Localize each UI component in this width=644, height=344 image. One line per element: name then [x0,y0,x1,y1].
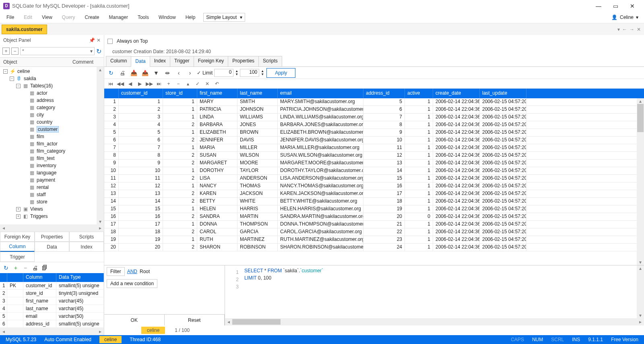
filter-icon[interactable]: ▼ [152,68,161,77]
grid-body[interactable]: 111MARYSMITHMARY.SMITH@sakilacustomer.or… [104,98,644,265]
grid-row[interactable]: 442BARBARAJONESBARBARA.JONES@sakilacusto… [104,121,644,129]
ws-tab-scripts[interactable]: Scripts [258,56,282,66]
side-tab-index[interactable]: Index [69,242,104,252]
tree-node[interactable]: ▦film_actor [0,140,104,147]
limit-size-input[interactable]: 100 [240,69,259,77]
last-icon[interactable]: ⏭ [155,81,163,87]
grid-row[interactable]: 882SUSANWILSONSUSAN.WILSON@sakilacustome… [104,152,644,160]
grid-row[interactable]: 331LINDAWILLIAMSLINDA.WILLIAMS@sakilacus… [104,114,644,121]
object-filter-input[interactable]: * ▾ [20,47,95,55]
tree-node[interactable]: ▦film_text [0,155,104,162]
pin-icon[interactable]: 📌 [89,37,95,43]
collapse-all-button[interactable]: − [11,48,19,55]
ws-tab-foreign-key[interactable]: Foreign Key [194,56,229,66]
grid-row[interactable]: 19191RUTHMARTINEZRUTH.MARTINEZ@sakilacus… [104,236,644,244]
tree-node[interactable]: ▦category [0,104,104,111]
cancel-icon[interactable]: ✕ [203,81,211,87]
print-icon[interactable]: 🖨 [118,68,127,77]
grid-v-scrollbar[interactable]: ▴▾ [637,98,644,265]
next-icon[interactable]: › [186,68,194,77]
tree-node[interactable]: −▦Tables(16) [0,82,104,89]
export-icon[interactable]: 🗐 [41,264,48,271]
grid-row[interactable]: 16162SANDRAMARTINSANDRA.MARTIN@sakilacus… [104,213,644,221]
minimize-button[interactable]: — [590,0,607,12]
refresh-icon[interactable]: ↻ [2,264,10,271]
tree-node[interactable]: ▦country [0,118,104,126]
grid-row[interactable]: 771MARIAMILLERMARIA.MILLER@sakilacustome… [104,144,644,152]
document-tab[interactable]: sakila.customer [2,25,47,34]
filter-button[interactable]: Filter [107,267,125,276]
grid-row[interactable]: 17171DONNATHOMPSONDONNA.THOMPSON@sakilac… [104,221,644,228]
user-menu[interactable]: 👤 Celine ▾ [607,13,642,22]
col-name[interactable]: Column [23,273,56,282]
grid-col-customer_id[interactable]: customer_id [119,89,163,98]
tab-dropdown-icon[interactable]: ▾ [617,27,620,32]
grid-col-address_id[interactable]: address_id [363,89,405,98]
column-row[interactable]: 1PKcustomer_idsmallint(5) unsigne [0,282,104,290]
layout-select[interactable]: Simple Layout ▾ [203,13,245,22]
grid-row[interactable]: 111MARYSMITHMARY.SMITH@sakilacustomer.or… [104,98,644,106]
tree-scrollbar[interactable]: ▴▾ [97,67,104,224]
ws-tab-index[interactable]: Index [150,56,170,66]
grid-row[interactable]: 12121NANCYTHOMASNANCY.THOMAS@sakilacusto… [104,182,644,190]
apply-button[interactable]: Apply [266,68,295,78]
menu-window[interactable]: Window [154,13,181,22]
grid-col-store_id[interactable]: store_id [163,89,197,98]
side-tab-trigger[interactable]: Trigger [0,252,35,262]
next-icon[interactable]: ▶ [136,81,144,87]
side-tab-scripts[interactable]: Scripts [69,232,104,242]
grid-col-first_name[interactable]: first_name [197,89,237,98]
tree-node[interactable]: ▦customer [0,126,104,133]
menu-query[interactable]: Query [57,13,80,22]
col-object[interactable]: Object [0,58,69,66]
grid-col-create_date[interactable]: create_date [433,89,480,98]
tree-node[interactable]: ▦staff [0,191,104,198]
limit-from-input[interactable]: 0 [214,69,233,77]
spinner-icon[interactable]: ▲▼ [261,70,264,76]
first-icon[interactable]: ⏮ [107,81,115,87]
tree-node[interactable]: +▣Views [0,205,104,213]
column-row[interactable]: 5emailvarchar(50) [0,313,104,320]
menu-edit[interactable]: Edit [19,13,37,22]
side-tab-foreign-key[interactable]: Foreign Key [0,232,35,242]
tree-node[interactable]: ▦city [0,111,104,118]
nav-prev-icon[interactable]: ← [622,27,627,32]
tree-node[interactable]: ▦film [0,133,104,140]
add-icon[interactable]: + [165,81,173,87]
tree-node[interactable]: ▦store [0,198,104,205]
column-row[interactable]: 6address_idsmallint(5) unsigne [0,320,104,328]
prev-icon[interactable]: ◀ [126,81,134,87]
next-page-icon[interactable]: ▶▶ [145,81,153,87]
remove-icon[interactable]: − [22,264,29,271]
fit-icon[interactable]: ⇹ [163,68,172,77]
grid-col-rownum[interactable] [104,89,119,98]
column-row[interactable]: 3first_namevarchar(45) [0,297,104,305]
refresh-icon[interactable]: ↻ [107,68,116,77]
grid-row[interactable]: 11112LISAANDERSONLISA.ANDERSON@sakilacus… [104,175,644,182]
tree-node[interactable]: +◧Triggers [0,213,104,220]
menu-help[interactable]: Help [181,13,200,22]
object-tree[interactable]: ▴▾ −⚡celine−🛢sakila−▦Tables(16)▦actor▦ad… [0,67,104,224]
grid-row[interactable]: 14142BETTYWHITEBETTY.WHITE@sakilacustome… [104,198,644,205]
grid-row[interactable]: 662JENNIFERDAVISJENNIFER.DAVIS@sakilacus… [104,137,644,144]
grid-col-active[interactable]: active [405,89,433,98]
expand-all-button[interactable]: + [2,48,10,55]
tree-node[interactable]: ▦inventory [0,162,104,169]
add-condition-button[interactable]: Add a new condition [107,279,157,288]
ws-tab-column[interactable]: Column [106,56,131,66]
sql-v-scrollbar[interactable]: ▴▾ [637,265,644,318]
tree-h-scrollbar[interactable]: ◂▸ [0,224,104,232]
and-link[interactable]: AND [127,269,137,274]
sql-h-scrollbar[interactable]: ◂▸ [225,318,644,325]
tree-node[interactable]: ▦rental [0,184,104,191]
menu-tools[interactable]: Tools [133,13,154,22]
grid-col-last_update[interactable]: last_update [480,89,526,98]
menu-create[interactable]: Create [80,13,104,22]
export-icon[interactable]: 📤 [140,68,149,77]
ok-button[interactable]: OK [104,315,165,325]
grid-row[interactable]: 15151HELENHARRISHELEN.HARRIS@sakilacusto… [104,205,644,213]
tree-node[interactable]: ▦film_category [0,147,104,155]
edit-icon[interactable]: ▴ [184,81,192,87]
tree-node[interactable]: ▦actor [0,89,104,97]
nav-next-icon[interactable]: → [630,27,634,32]
